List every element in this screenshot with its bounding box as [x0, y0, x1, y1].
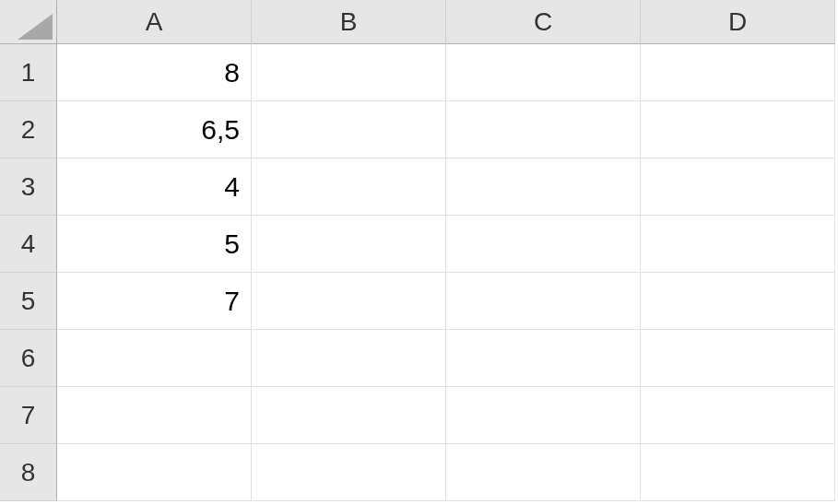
cell-C1[interactable]	[446, 44, 641, 101]
row-header-1[interactable]: 1	[0, 44, 57, 101]
row-header-8[interactable]: 8	[0, 444, 57, 501]
cell-C2[interactable]	[446, 101, 641, 158]
select-all-triangle-icon	[18, 14, 53, 40]
cell-B2[interactable]	[252, 101, 446, 158]
cell-B5[interactable]	[252, 273, 446, 330]
cell-D5[interactable]	[641, 273, 835, 330]
column-header-B[interactable]: B	[252, 0, 446, 44]
cell-C3[interactable]	[446, 158, 641, 216]
cell-B7[interactable]	[252, 387, 446, 444]
cell-B1[interactable]	[252, 44, 446, 101]
cell-C7[interactable]	[446, 387, 641, 444]
cell-C8[interactable]	[446, 444, 641, 501]
cell-A7[interactable]	[57, 387, 252, 444]
row-header-4[interactable]: 4	[0, 216, 57, 273]
cell-B6[interactable]	[252, 330, 446, 387]
column-header-D[interactable]: D	[641, 0, 835, 44]
cell-A3[interactable]: 4	[57, 158, 252, 216]
cell-A6[interactable]	[57, 330, 252, 387]
cell-D1[interactable]	[641, 44, 835, 101]
row-header-3[interactable]: 3	[0, 158, 57, 216]
cell-C5[interactable]	[446, 273, 641, 330]
cell-B4[interactable]	[252, 216, 446, 273]
cell-B3[interactable]	[252, 158, 446, 216]
cell-D8[interactable]	[641, 444, 835, 501]
row-header-6[interactable]: 6	[0, 330, 57, 387]
select-all-corner[interactable]	[0, 0, 57, 44]
column-header-A[interactable]: A	[57, 0, 252, 44]
spreadsheet-grid: A B C D 1 8 2 6,5 3 4 4 5 5 7 6 7 8	[0, 0, 838, 501]
cell-A4[interactable]: 5	[57, 216, 252, 273]
cell-D7[interactable]	[641, 387, 835, 444]
cell-A2[interactable]: 6,5	[57, 101, 252, 158]
cell-D6[interactable]	[641, 330, 835, 387]
cell-A1[interactable]: 8	[57, 44, 252, 101]
row-header-5[interactable]: 5	[0, 273, 57, 330]
cell-B8[interactable]	[252, 444, 446, 501]
cell-D3[interactable]	[641, 158, 835, 216]
row-header-7[interactable]: 7	[0, 387, 57, 444]
column-header-C[interactable]: C	[446, 0, 641, 44]
row-header-2[interactable]: 2	[0, 101, 57, 158]
cell-A8[interactable]	[57, 444, 252, 501]
cell-C6[interactable]	[446, 330, 641, 387]
cell-D4[interactable]	[641, 216, 835, 273]
cell-D2[interactable]	[641, 101, 835, 158]
cell-A5[interactable]: 7	[57, 273, 252, 330]
cell-C4[interactable]	[446, 216, 641, 273]
